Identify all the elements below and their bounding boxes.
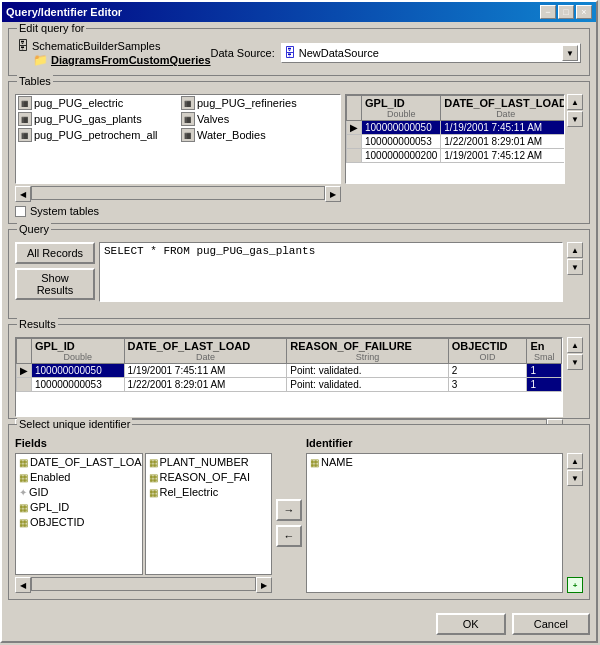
result-objid-1: 2 [448, 364, 527, 378]
result-id-2: 100000000053 [32, 378, 125, 392]
results-label: Results [17, 318, 58, 330]
results-row-2[interactable]: 100000000053 1/22/2001 8:29:01 AM Point:… [17, 378, 562, 392]
table-item-refineries[interactable]: ▦ pug_PUG_refineries [179, 95, 340, 111]
tree-root-item[interactable]: 🗄 SchematicBuilderSamples [17, 39, 211, 53]
table-item-electric[interactable]: ▦ pug_PUG_electric [16, 95, 177, 111]
tables-scroll-left[interactable]: ◀ [15, 186, 31, 202]
all-records-button[interactable]: All Records [15, 242, 95, 264]
transfer-buttons: → ← [276, 437, 302, 593]
result-objid-2: 3 [448, 378, 527, 392]
system-tables-checkbox[interactable] [15, 206, 26, 217]
fields-hscroll[interactable] [31, 577, 256, 591]
identifier-header: Identifier [306, 437, 563, 449]
datasource-dropdown-arrow[interactable]: ▼ [562, 45, 578, 61]
footer-buttons: OK Cancel [8, 609, 590, 635]
results-row-1[interactable]: ▶ 100000000050 1/19/2001 7:45:11 AM Poin… [17, 364, 562, 378]
fields-scrollbar: ◀ ▶ [15, 577, 272, 593]
tree-area: 🗄 SchematicBuilderSamples 📁 DiagramsFrom… [17, 39, 211, 67]
fields-scroll-left[interactable]: ◀ [15, 577, 31, 593]
identifier-scroll-up[interactable]: ▲ [567, 453, 583, 469]
result-reason-2: Point: validated. [287, 378, 448, 392]
fields-list-right[interactable]: ▦ PLANT_NUMBER ▦ REASON_OF_FAI ▦ Rel_Ele… [145, 453, 273, 575]
table-item-valves[interactable]: ▦ Valves [179, 111, 340, 127]
identifier-group: Select unique identifier Fields ▦ DATE_O… [8, 424, 590, 600]
query-scroll-buttons: ▲ ▼ [567, 242, 583, 302]
results-scroll-down[interactable]: ▼ [567, 354, 583, 370]
field-item-plant[interactable]: ▦ PLANT_NUMBER [147, 455, 271, 469]
tree-root-label: SchematicBuilderSamples [32, 40, 160, 52]
results-vscroll-buttons: ▲ ▼ [567, 337, 583, 435]
fields-list-left[interactable]: ▦ DATE_OF_LAST_LOAD ▦ Enabled ✦ GID [15, 453, 143, 575]
close-button[interactable]: × [576, 5, 592, 19]
query-label: Query [17, 223, 51, 235]
table-icon: ▦ [181, 96, 195, 110]
main-window: Query/Identifier Editor − □ × Edit query… [0, 0, 598, 643]
preview-row-2[interactable]: 100000000053 1/22/2001 8:29:01 AM [347, 135, 566, 149]
field-item-date[interactable]: ▦ DATE_OF_LAST_LOAD [17, 455, 141, 469]
fields-area: Fields ▦ DATE_OF_LAST_LOAD ▦ Enabled [15, 437, 272, 593]
preview-scroll-buttons: ▲ ▼ [567, 94, 583, 184]
window-title: Query/Identifier Editor [6, 6, 122, 18]
table-item-gas-plants[interactable]: ▦ pug_PUG_gas_plants [16, 111, 177, 127]
tables-hscroll[interactable] [31, 186, 325, 200]
add-to-identifier-button[interactable]: → [276, 499, 302, 521]
preview-row-1[interactable]: ▶ 100000000050 1/19/2001 7:45:11 AM [347, 121, 566, 135]
preview-grid: GPL_ID Double DATE_OF_LAST_LOAD Date [345, 94, 565, 184]
field-item-enabled[interactable]: ▦ Enabled [17, 470, 141, 484]
identifier-item-name[interactable]: ▦ NAME [308, 455, 561, 469]
result-id-1: 100000000050 [32, 364, 125, 378]
result-reason-1: Point: validated. [287, 364, 448, 378]
table-item-petrochem[interactable]: ▦ pug_PUG_petrochem_all [16, 127, 177, 143]
minimize-button[interactable]: − [540, 5, 556, 19]
result-en-1: 1 [527, 364, 562, 378]
results-grid[interactable]: GPL_IDDouble DATE_OF_LAST_LOADDate REASO… [15, 337, 563, 417]
table-icon: ▦ [181, 112, 195, 126]
preview-scroll-down[interactable]: ▼ [567, 111, 583, 127]
maximize-button[interactable]: □ [558, 5, 574, 19]
query-scroll-up[interactable]: ▲ [567, 242, 583, 258]
tables-scrollbar-row: ◀ ▶ [15, 186, 341, 202]
tables-list[interactable]: ▦ pug_PUG_electric ▦ pug_PUG_refineries … [15, 94, 341, 184]
show-results-button[interactable]: Show Results [15, 268, 95, 300]
fields-scroll-right[interactable]: ▶ [256, 577, 272, 593]
field-item-gid[interactable]: ✦ GID [17, 485, 141, 499]
preview-col1-header: GPL_ID Double [362, 96, 441, 121]
results-col-en: EnSmal [527, 339, 562, 364]
query-input[interactable]: SELECT * FROM pug_PUG_gas_plants [99, 242, 563, 302]
tables-group: Tables ▦ pug_PUG_electric ▦ pug_PUG_refi… [8, 81, 590, 224]
field-item-gplid[interactable]: ▦ GPL_ID [17, 500, 141, 514]
preview-area: GPL_ID Double DATE_OF_LAST_LOAD Date [345, 94, 583, 184]
content-area: Edit query for 🗄 SchematicBuilderSamples… [2, 22, 596, 641]
system-tables-row: System tables [15, 205, 341, 217]
preview-row-3[interactable]: 1000000000200 1/19/2001 7:45:12 AM [347, 149, 566, 163]
query-scroll-down[interactable]: ▼ [567, 259, 583, 275]
results-scroll-up[interactable]: ▲ [567, 337, 583, 353]
tree-child-label: DiagramsFromCustomQueries [51, 54, 211, 66]
table-icon: ▦ [18, 112, 32, 126]
preview-id-3: 1000000000200 [362, 149, 441, 163]
remove-from-identifier-button[interactable]: ← [276, 525, 302, 547]
fields-columns: ▦ DATE_OF_LAST_LOAD ▦ Enabled ✦ GID [15, 453, 272, 575]
field-item-objectid[interactable]: ▦ OBJECTID [17, 515, 141, 529]
field-item-rel[interactable]: ▦ Rel_Electric [147, 485, 271, 499]
identifier-list[interactable]: ▦ NAME [306, 453, 563, 593]
tables-scroll-right[interactable]: ▶ [325, 186, 341, 202]
identifier-area: Identifier ▦ NAME [306, 437, 563, 593]
ok-button[interactable]: OK [436, 613, 506, 635]
identifier-group-label: Select unique identifier [17, 418, 132, 430]
datasource-combo[interactable]: 🗄 NewDataSource ▼ [281, 43, 581, 63]
title-bar: Query/Identifier Editor − □ × [2, 2, 596, 22]
results-col-gplid: GPL_IDDouble [32, 339, 125, 364]
tables-list-area: ▦ pug_PUG_electric ▦ pug_PUG_refineries … [15, 94, 341, 217]
datasource-label: Data Source: [211, 47, 275, 59]
preview-scroll-up[interactable]: ▲ [567, 94, 583, 110]
preview-date-2: 1/22/2001 8:29:01 AM [441, 135, 565, 149]
field-item-reason[interactable]: ▦ REASON_OF_FAI [147, 470, 271, 484]
results-col-objectid: OBJECTIDOID [448, 339, 527, 364]
table-item-water[interactable]: ▦ Water_Bodies [179, 127, 340, 143]
datasource-row: Data Source: 🗄 NewDataSource ▼ [211, 43, 581, 63]
cancel-button[interactable]: Cancel [512, 613, 590, 635]
identifier-add-button[interactable]: + [567, 577, 583, 593]
identifier-scroll-down[interactable]: ▼ [567, 470, 583, 486]
tree-child-item[interactable]: 📁 DiagramsFromCustomQueries [33, 53, 211, 67]
